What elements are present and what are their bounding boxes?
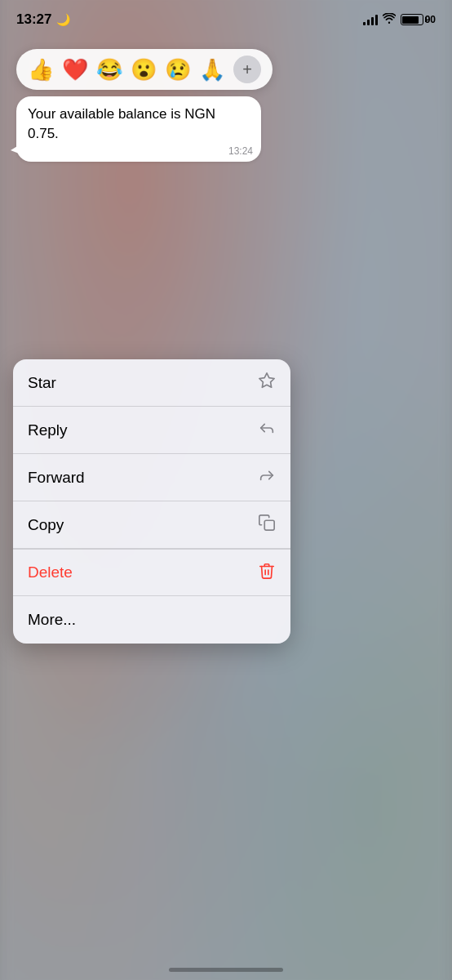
menu-label-copy: Copy xyxy=(28,516,64,534)
menu-item-forward[interactable]: Forward xyxy=(13,454,290,501)
status-bar: 13:27 🌙 90 xyxy=(0,0,452,39)
status-right: 90 xyxy=(363,13,436,26)
wifi-icon xyxy=(383,13,396,26)
svg-marker-0 xyxy=(259,373,274,387)
reaction-cry[interactable]: 😢 xyxy=(165,59,191,80)
menu-label-delete: Delete xyxy=(28,564,73,581)
reaction-heart[interactable]: ❤️ xyxy=(62,59,88,80)
reaction-bar: 👍 ❤️ 😂 😮 😢 🙏 + xyxy=(16,49,273,90)
menu-item-star[interactable]: Star xyxy=(13,359,290,407)
reaction-thumbsup[interactable]: 👍 xyxy=(28,59,54,80)
menu-label-forward: Forward xyxy=(28,469,85,487)
menu-item-reply[interactable]: Reply xyxy=(13,407,290,454)
menu-label-reply: Reply xyxy=(28,421,68,439)
battery-icon: 90 xyxy=(401,14,436,25)
menu-item-copy[interactable]: Copy xyxy=(13,501,290,549)
message-container: 👍 ❤️ 😂 😮 😢 🙏 + Your available balance is… xyxy=(0,39,452,172)
reaction-pray[interactable]: 🙏 xyxy=(199,59,225,80)
menu-label-star: Star xyxy=(28,374,56,392)
reaction-laugh[interactable]: 😂 xyxy=(96,59,122,80)
home-indicator xyxy=(169,968,283,972)
signal-icon xyxy=(363,14,378,25)
forward-icon xyxy=(258,466,276,488)
context-menu: Star Reply Forward Copy xyxy=(13,359,290,644)
moon-icon: 🌙 xyxy=(56,13,70,26)
menu-label-more: More... xyxy=(28,611,76,629)
reply-icon xyxy=(258,419,276,441)
svg-rect-1 xyxy=(264,520,274,530)
time-label: 13:27 xyxy=(16,11,51,28)
chat-area: 👍 ❤️ 😂 😮 😢 🙏 + Your available balance is… xyxy=(0,39,452,172)
trash-icon xyxy=(258,562,276,584)
menu-item-delete[interactable]: Delete xyxy=(13,549,290,596)
message-time: 13:24 xyxy=(228,145,253,157)
status-time: 13:27 🌙 xyxy=(16,11,70,28)
message-bubble: Your available balance is NGN 0.75. 13:2… xyxy=(16,96,261,162)
battery-percent: 90 xyxy=(425,14,436,25)
reaction-wow[interactable]: 😮 xyxy=(131,59,157,80)
message-text: Your available balance is NGN 0.75. xyxy=(28,106,215,141)
menu-item-more[interactable]: More... xyxy=(13,596,290,644)
reaction-more-button[interactable]: + xyxy=(233,56,261,83)
star-icon xyxy=(258,372,276,394)
copy-icon xyxy=(258,514,276,536)
